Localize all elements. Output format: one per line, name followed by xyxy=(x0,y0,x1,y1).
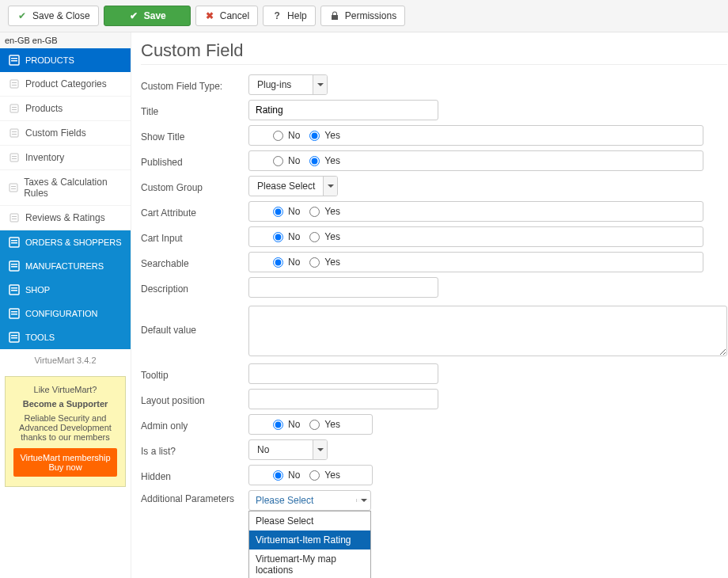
svg-rect-8 xyxy=(12,109,17,110)
sidebar-item[interactable]: Custom Fields xyxy=(0,121,131,146)
menu-icon xyxy=(6,308,22,319)
cancel-label: Cancel xyxy=(220,10,249,21)
sidebar-section[interactable]: PRODUCTS xyxy=(0,48,131,72)
cancel-button[interactable]: ✖ Cancel xyxy=(195,6,258,26)
radio-cart-attribute-yes[interactable] xyxy=(309,207,320,217)
select-custom-group[interactable]: Please Select xyxy=(248,176,338,196)
sidebar-item[interactable]: Products xyxy=(0,97,131,121)
select-option[interactable]: Virtuemart-Item Rating xyxy=(249,530,370,549)
input-description[interactable] xyxy=(248,277,438,298)
input-layout-position[interactable] xyxy=(248,389,438,409)
sidebar-section[interactable]: MANUFACTURERS xyxy=(0,254,131,278)
sidebar-item-label: ORDERS & SHOPPERS xyxy=(25,238,122,247)
promo-cta[interactable]: VirtueMart membership Buy now xyxy=(13,448,117,477)
save-close-button[interactable]: ✔ Save & Close xyxy=(8,6,99,26)
cancel-icon: ✖ xyxy=(204,10,215,21)
label-is-a-list: Is a list? xyxy=(141,443,248,457)
chevron-down-icon xyxy=(313,440,327,459)
select-additional-parameters[interactable]: Please Select Please SelectVirtuemart-It… xyxy=(248,490,371,511)
label-layout-position: Layout position xyxy=(141,392,248,406)
radio-published-no[interactable] xyxy=(273,156,283,166)
radio-hidden-no[interactable] xyxy=(273,470,283,481)
label-hidden: Hidden xyxy=(141,468,248,482)
radio-show-title-yes[interactable] xyxy=(309,131,320,141)
radio-show-title-no[interactable] xyxy=(273,131,283,141)
label-admin-only: Admin only xyxy=(141,417,248,432)
sidebar-item-label: Reviews & Ratings xyxy=(25,212,105,223)
svg-rect-35 xyxy=(11,337,17,339)
save-close-label: Save & Close xyxy=(32,10,90,21)
permissions-button[interactable]: Permissions xyxy=(320,6,405,26)
lock-icon xyxy=(329,10,340,21)
svg-rect-12 xyxy=(10,154,18,162)
menu-icon xyxy=(6,182,21,193)
svg-rect-32 xyxy=(11,314,17,315)
sidebar-item-label: MANUFACTURERS xyxy=(25,261,104,271)
radio-admin-only-yes[interactable] xyxy=(309,420,320,430)
sidebar-item-label: CONFIGURATION xyxy=(25,309,97,318)
select-option[interactable]: Please Select xyxy=(249,511,370,530)
page-title: Custom Field xyxy=(141,37,727,65)
select-option[interactable]: Virtuemart-My map locations xyxy=(249,549,370,578)
radio-searchable-yes[interactable] xyxy=(309,257,320,268)
sidebar-item[interactable]: Product Categories xyxy=(0,72,131,97)
menu-icon xyxy=(6,237,22,248)
menu-icon xyxy=(6,152,22,163)
svg-rect-5 xyxy=(12,85,17,86)
toolbar: ✔ Save & Close ✔ Save ✖ Cancel ? Help Pe… xyxy=(0,0,728,32)
svg-rect-4 xyxy=(12,82,17,83)
input-title[interactable] xyxy=(248,100,438,120)
check-icon: ✔ xyxy=(17,10,28,21)
chevron-down-icon xyxy=(356,499,370,502)
radio-cart-attribute-no[interactable] xyxy=(273,207,283,217)
svg-rect-28 xyxy=(11,287,17,289)
version-label: VirtueMart 3.4.2 xyxy=(0,349,131,371)
radio-admin-only-no[interactable] xyxy=(273,420,283,430)
radio-cart-input-no[interactable] xyxy=(273,232,283,242)
textarea-default-value[interactable] xyxy=(248,306,727,356)
label-default-value: Default value xyxy=(141,306,248,336)
svg-rect-18 xyxy=(10,214,18,222)
radio-hidden-yes[interactable] xyxy=(309,470,320,481)
save-button[interactable]: ✔ Save xyxy=(104,6,191,26)
svg-rect-1 xyxy=(11,58,17,59)
radio-admin-only: No Yes xyxy=(248,414,373,435)
sidebar-section[interactable]: TOOLS xyxy=(0,325,131,349)
radio-hidden: No Yes xyxy=(248,465,373,485)
radio-published: No Yes xyxy=(248,150,703,171)
menu-icon xyxy=(6,284,22,295)
promo-box: Like VirtueMart? Become a Supporter Reli… xyxy=(5,376,126,487)
radio-cart-attribute: No Yes xyxy=(248,201,703,222)
save-label: Save xyxy=(144,10,166,21)
label-custom-field-type: Custom Field Type: xyxy=(141,78,248,92)
sidebar-section[interactable]: ORDERS & SHOPPERS xyxy=(0,230,131,254)
menu-icon xyxy=(6,332,22,343)
label-cart-input: Cart Input xyxy=(141,230,248,244)
sidebar-item[interactable]: Reviews & Ratings xyxy=(0,206,131,230)
input-tooltip[interactable] xyxy=(248,363,438,384)
radio-searchable-no[interactable] xyxy=(273,257,283,268)
radio-show-title: No Yes xyxy=(248,125,703,146)
label-additional-parameters: Additional Parameters xyxy=(141,490,248,504)
sidebar-item[interactable]: Taxes & Calculation Rules xyxy=(0,170,131,206)
svg-rect-10 xyxy=(12,131,17,132)
sidebar-section[interactable]: CONFIGURATION xyxy=(0,302,131,325)
label-custom-group: Custom Group xyxy=(141,179,248,193)
sidebar-item-label: SHOP xyxy=(25,285,50,295)
svg-rect-7 xyxy=(12,107,17,108)
help-label: Help xyxy=(287,10,307,21)
svg-rect-17 xyxy=(11,188,16,189)
sidebar-item-label: Product Categories xyxy=(25,78,107,89)
sidebar-item-label: Custom Fields xyxy=(25,127,86,139)
sidebar-item[interactable]: Inventory xyxy=(0,146,131,170)
svg-rect-23 xyxy=(11,242,17,244)
check-icon: ✔ xyxy=(128,10,139,21)
radio-cart-input-yes[interactable] xyxy=(309,232,320,242)
svg-rect-19 xyxy=(12,216,17,217)
select-is-a-list[interactable]: No xyxy=(248,439,328,460)
menu-icon xyxy=(6,103,22,114)
sidebar-section[interactable]: SHOP xyxy=(0,278,131,302)
help-button[interactable]: ? Help xyxy=(263,6,316,26)
select-custom-field-type[interactable]: Plug-ins xyxy=(248,74,328,95)
radio-published-yes[interactable] xyxy=(309,156,320,166)
